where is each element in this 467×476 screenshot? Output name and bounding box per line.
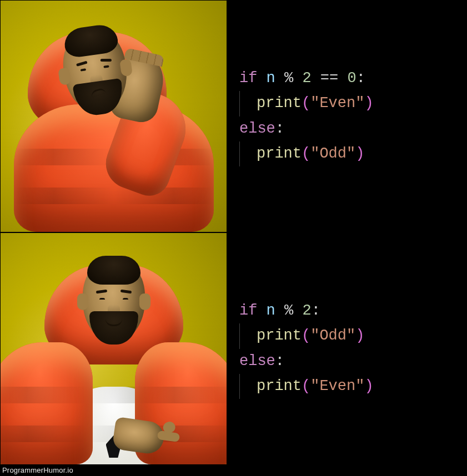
identifier-n: n: [267, 302, 275, 319]
paren-close: ): [364, 378, 373, 394]
paren-close: ): [355, 327, 364, 344]
meme-page: if n % 2 == 0: print("Even") else: print…: [0, 0, 467, 476]
drake-reject-panel: [0, 0, 227, 232]
keyword-if: if: [239, 302, 257, 319]
code-panel-bottom: if n % 2: print("Odd") else: print("Even…: [227, 232, 467, 465]
eye-left: [80, 68, 86, 71]
colon: :: [275, 120, 284, 137]
watermark-text: ProgrammerHumor.io: [2, 465, 73, 476]
head: [83, 259, 145, 342]
colon: :: [312, 302, 320, 319]
colon: :: [356, 70, 365, 87]
fn-print: print: [257, 95, 302, 112]
hair: [87, 256, 140, 285]
operator-eq: ==: [320, 70, 338, 87]
eye-left-closed: [99, 298, 105, 300]
keyword-else: else: [239, 120, 275, 137]
number-2: 2: [302, 302, 311, 319]
number-0: 0: [347, 70, 356, 87]
paren-close: ): [364, 95, 373, 112]
string-odd: "Odd": [310, 327, 355, 344]
keyword-else: else: [239, 353, 275, 369]
string-even: "Even": [310, 95, 364, 112]
paren-open: (: [302, 95, 310, 112]
brow-left: [76, 61, 88, 67]
code-panel-top: if n % 2 == 0: print("Even") else: print…: [227, 0, 467, 232]
paren-open: (: [302, 327, 310, 344]
eye-right: [103, 65, 109, 68]
paren-close: ): [355, 145, 364, 162]
fn-print: print: [257, 145, 302, 162]
fn-print: print: [257, 327, 302, 344]
drake-approve-panel: [0, 232, 227, 465]
keyword-if: if: [239, 70, 257, 87]
string-even: "Even": [310, 378, 364, 394]
colon: :: [275, 353, 284, 369]
ear-right: [119, 59, 133, 77]
operator-mod: %: [284, 70, 293, 87]
code-snippet-approved: if n % 2: print("Odd") else: print("Even…: [239, 298, 374, 399]
indent-guide: print("Even"): [239, 374, 374, 399]
ear-right: [139, 293, 150, 310]
jacket-left: [0, 342, 93, 464]
operator-mod: %: [284, 302, 293, 319]
brow-right: [100, 59, 111, 62]
string-odd: "Odd": [310, 145, 355, 162]
number-2: 2: [302, 70, 311, 87]
brow-left: [96, 290, 107, 294]
indent-guide: print("Odd"): [239, 141, 364, 166]
ear-left: [77, 293, 88, 310]
eye-right-closed: [123, 298, 128, 300]
meme-grid: if n % 2 == 0: print("Even") else: print…: [0, 0, 467, 465]
paren-open: (: [302, 378, 310, 394]
indent-guide: print("Even"): [239, 91, 374, 116]
fn-print: print: [257, 378, 302, 394]
indent-guide: print("Odd"): [239, 323, 364, 348]
brow-right: [120, 290, 132, 294]
code-snippet-rejected: if n % 2 == 0: print("Even") else: print…: [239, 66, 374, 166]
paren-open: (: [302, 145, 310, 162]
identifier-n: n: [267, 70, 275, 87]
